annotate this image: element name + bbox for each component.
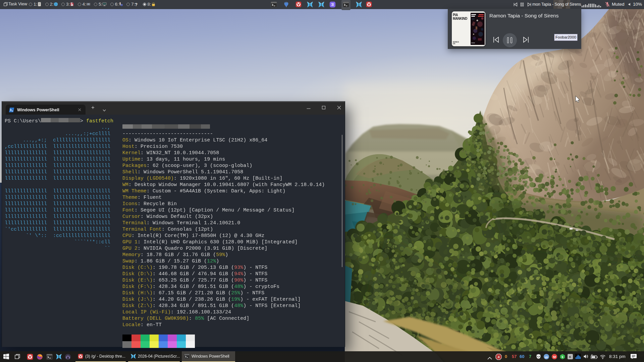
svg-text:4: 4 [498, 355, 500, 359]
svg-text:qb: qb [545, 356, 548, 359]
svg-text:K: K [569, 355, 572, 359]
svg-text:M: M [553, 355, 556, 359]
